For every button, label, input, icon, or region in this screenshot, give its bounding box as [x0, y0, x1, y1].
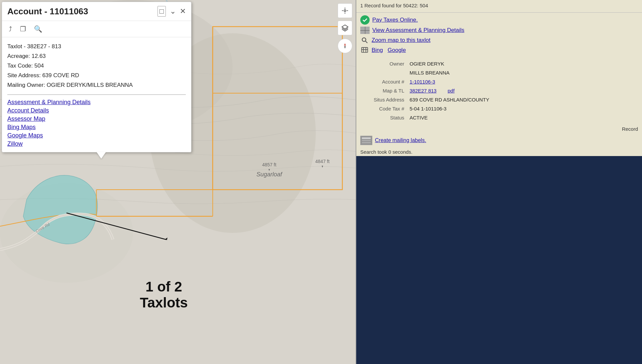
right-panel-top: 1 Record found for 50422: 504 — [356, 0, 642, 13]
location-button[interactable] — [338, 3, 352, 18]
zoom-icon — [360, 36, 369, 45]
owner-value1: OGIER DERYK — [407, 59, 638, 68]
owner-row: Owner OGIER DERYK — [360, 59, 638, 68]
status-value: ACTIVE — [407, 113, 638, 122]
map-tl-label: Map & TL — [360, 86, 407, 95]
code-tax-label: Code Tax # — [360, 104, 407, 113]
table-icon — [360, 27, 370, 34]
record-note: Record — [356, 125, 642, 133]
popup-header-actions: □ ⌄ ✕ — [158, 6, 186, 17]
assessor-map-link[interactable]: Assessor Map — [7, 115, 186, 122]
svg-rect-32 — [362, 137, 371, 139]
bing-google-row: Bing Google — [360, 47, 638, 54]
taxlot-count: 1 of 2 Taxlots — [140, 279, 188, 311]
view-assessment-link[interactable]: View Assessment & Planning Details — [372, 27, 465, 34]
collapse-icon[interactable]: ⌄ — [170, 7, 176, 16]
code-tax-row: Code Tax # 5-04 1-101106-3 — [360, 104, 638, 113]
labels-icon — [360, 136, 372, 145]
svg-point-18 — [344, 10, 346, 12]
svg-rect-28 — [362, 48, 368, 53]
map-tl-pdf-link[interactable]: pdf — [448, 88, 455, 93]
account-details-link[interactable]: Account Details — [7, 107, 186, 114]
mailing-labels-link[interactable]: Create mailing labels. — [375, 137, 426, 143]
record-found: 1 Record found for 50422: 504 — [360, 1, 638, 10]
popup-pointer — [97, 152, 106, 159]
compass-button[interactable] — [338, 39, 352, 53]
pay-taxes-link[interactable]: Pay Taxes Online. — [372, 17, 418, 23]
right-panel: 1 Record found for 50422: 504 Pay Taxes … — [356, 0, 642, 364]
popup-card: Account - 11011063 □ ⌄ ✕ ⤴ ❐ 🔍 Taxlot - … — [2, 2, 191, 152]
bing-link[interactable]: Bing — [372, 47, 383, 54]
zoom-map-row: Zoom map to this taxlot — [360, 36, 638, 45]
assessment-planning-link[interactable]: Assessment & Planning Details — [7, 99, 186, 106]
account-row: Account # 1-101106-3 — [360, 77, 638, 86]
situs-value: 639 COVE RD ASHLAND/COUNTY — [407, 95, 638, 104]
sugarloaf-label: Sugarloaf — [256, 171, 283, 178]
zoom-button[interactable]: 🔍 — [33, 24, 44, 34]
taxlot-count-label: 1 of 2 Taxlots — [140, 279, 188, 311]
site-address-info: Site Address: 639 COVE RD — [7, 71, 186, 81]
details-table: Owner OGIER DERYK MILLS BREANNA Account … — [360, 59, 638, 122]
popup-header: Account - 11011063 □ ⌄ ✕ — [2, 2, 191, 21]
svg-text:4847 ft: 4847 ft — [315, 159, 330, 164]
tax-code-info: Tax Code: 504 — [7, 61, 186, 71]
action-links: Pay Taxes Online. View Assessment & Plan… — [356, 13, 642, 57]
map-tl-link[interactable]: 382E27 813 — [410, 88, 437, 93]
owner-row2: MILLS BREANNA — [360, 68, 638, 77]
svg-marker-25 — [344, 46, 346, 49]
search-took: Search took 0 seconds. — [356, 148, 642, 156]
map-icon — [360, 47, 369, 54]
expand-icon[interactable]: □ — [158, 6, 166, 17]
popup-divider — [7, 94, 186, 95]
share-button[interactable]: ⤴ — [7, 24, 13, 34]
layers-button[interactable] — [338, 21, 352, 35]
close-icon[interactable]: ✕ — [180, 7, 186, 16]
map-tl-row: Map & TL 382E27 813 pdf — [360, 86, 638, 95]
status-label: Status — [360, 113, 407, 122]
acreage-info: Acreage: 12.63 — [7, 52, 186, 61]
svg-point-26 — [362, 38, 366, 42]
account-label: Account # — [360, 77, 407, 86]
status-row: Status ACTIVE — [360, 113, 638, 122]
popup-links: Assessment & Planning Details Account De… — [7, 99, 186, 147]
mailing-owner-info: Mailing Owner: OGIER DERYK/MILLS BREANNA — [7, 81, 186, 90]
popup-title: Account - 11011063 — [7, 6, 88, 17]
code-tax-value: 5-04 1-101106-3 — [407, 104, 638, 113]
map-controls — [338, 3, 352, 53]
fullscreen-button[interactable]: ❐ — [19, 24, 27, 34]
map-container: Cove Rd Sugarloaf 4857 ft 4847 ft Accoun… — [0, 0, 356, 364]
svg-rect-33 — [362, 140, 371, 141]
google-link[interactable]: Google — [388, 47, 406, 54]
checkmark-icon — [360, 15, 370, 25]
dark-panel — [356, 156, 642, 364]
account-value: 1-101106-3 — [407, 77, 638, 86]
mailing-labels-row: Create mailing labels. — [356, 133, 642, 148]
owner-label: Owner — [360, 59, 407, 68]
svg-marker-24 — [344, 43, 346, 46]
situs-label: Situs Address — [360, 95, 407, 104]
svg-text:4857 ft: 4857 ft — [262, 162, 276, 167]
google-maps-link[interactable]: Google Maps — [7, 132, 186, 139]
svg-line-27 — [366, 41, 368, 43]
pay-taxes-row: Pay Taxes Online. — [360, 15, 638, 25]
popup-toolbar: ⤴ ❐ 🔍 — [2, 21, 191, 37]
zoom-map-link[interactable]: Zoom map to this taxlot — [372, 37, 431, 44]
popup-content: Taxlot - 382E27 - 813 Acreage: 12.63 Tax… — [2, 37, 191, 152]
taxlot-info: Taxlot - 382E27 - 813 — [7, 42, 186, 52]
svg-rect-34 — [362, 142, 371, 143]
account-link[interactable]: 1-101106-3 — [410, 79, 435, 85]
map-tl-value: 382E27 813 pdf — [407, 86, 638, 95]
view-assessment-row: View Assessment & Planning Details — [360, 27, 638, 34]
zillow-link[interactable]: Zillow — [7, 140, 186, 147]
situs-row: Situs Address 639 COVE RD ASHLAND/COUNTY — [360, 95, 638, 104]
bing-maps-link[interactable]: Bing Maps — [7, 124, 186, 131]
popup-details: Taxlot - 382E27 - 813 Acreage: 12.63 Tax… — [7, 42, 186, 90]
owner-value2: MILLS BREANNA — [407, 68, 638, 77]
